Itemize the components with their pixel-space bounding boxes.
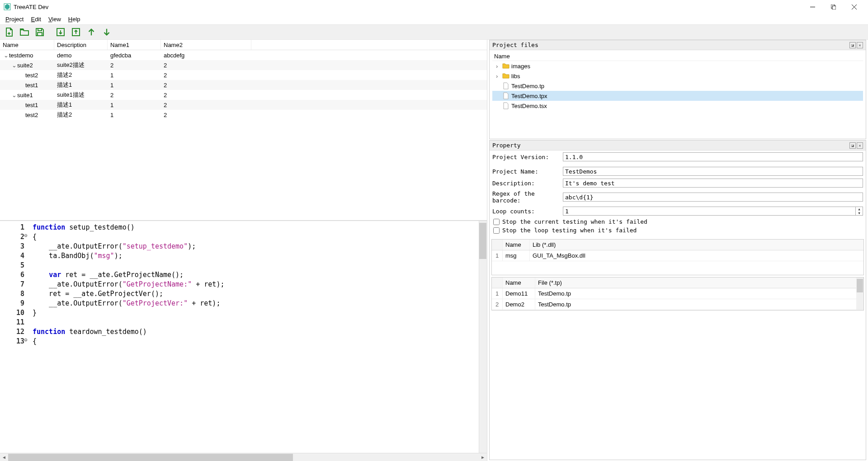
- cell: 2: [108, 90, 161, 100]
- fold-icon[interactable]: ⊖: [23, 337, 29, 343]
- save-button[interactable]: [33, 26, 46, 38]
- hscroll-right-icon[interactable]: ▶: [479, 453, 487, 461]
- app-icon: [4, 3, 11, 10]
- tree-row[interactable]: ⌄suite1suite1描述22: [0, 90, 487, 100]
- code-line: __ate.OutputError("GetProjectName:" + re…: [28, 280, 487, 289]
- cell: abcdefg: [161, 50, 251, 60]
- description-field[interactable]: [563, 179, 863, 188]
- code-line: [28, 318, 487, 327]
- cell: 1: [108, 70, 161, 80]
- panel-float-icon[interactable]: ◪: [849, 142, 856, 149]
- tree-row[interactable]: test1描述112: [0, 100, 487, 110]
- file-tree-item[interactable]: ›images: [492, 61, 863, 71]
- regex-field[interactable]: [563, 193, 863, 202]
- tree-grid-header: Name Description Name1 Name2: [0, 40, 487, 50]
- cell: suite1描述: [54, 90, 108, 100]
- panel-float-icon[interactable]: ◪: [849, 42, 856, 48]
- menu-project[interactable]: Project: [3, 15, 26, 24]
- new-file-button[interactable]: [3, 26, 15, 38]
- lib-col-file[interactable]: Lib (*.dll): [530, 240, 863, 250]
- lib-col-name[interactable]: Name: [503, 240, 530, 250]
- code-line: var ret = __ate.GetProjectName();: [28, 270, 487, 280]
- project-name-field[interactable]: [563, 167, 863, 176]
- tp-col-name[interactable]: Name: [503, 278, 535, 288]
- code-line: __ate.OutputError("setup_testdemo");: [28, 242, 487, 251]
- table-row[interactable]: 1msgGUI_TA_MsgBox.dll: [492, 250, 863, 261]
- panel-close-icon[interactable]: ✕: [857, 142, 863, 149]
- export-button[interactable]: [70, 26, 82, 38]
- tree-row[interactable]: test1描述112: [0, 80, 487, 90]
- file-tree-item[interactable]: TestDemo.tp: [492, 81, 863, 91]
- expander-icon[interactable]: ⌄: [11, 62, 17, 69]
- col-description[interactable]: Description: [54, 40, 108, 50]
- tp-vscroll[interactable]: [856, 278, 863, 310]
- maximize-button[interactable]: [823, 0, 844, 14]
- menu-edit[interactable]: Edit: [28, 15, 43, 24]
- code-editor[interactable]: 1⊖23456789101112⊖13 function setup_testd…: [0, 221, 487, 461]
- titlebar: TreeATE Dev: [0, 0, 868, 14]
- line-number: 9: [0, 299, 28, 308]
- line-number: 10: [0, 308, 28, 318]
- import-button[interactable]: [54, 26, 67, 38]
- open-button[interactable]: [18, 26, 31, 38]
- tree-row[interactable]: ⌄suite2suite2描述22: [0, 60, 487, 70]
- filetree-header[interactable]: Name: [492, 52, 863, 61]
- minimize-button[interactable]: [802, 0, 823, 14]
- cell: 1: [108, 100, 161, 110]
- file-tree-item[interactable]: TestDemo.tsx: [492, 101, 863, 111]
- menu-help[interactable]: Help: [66, 15, 83, 24]
- tree-row[interactable]: test2描述212: [0, 70, 487, 80]
- row-name: test2: [25, 72, 38, 79]
- editor-hscroll[interactable]: ◀ ▶: [0, 453, 487, 461]
- test-tree-grid[interactable]: Name Description Name1 Name2 ⌄testdemode…: [0, 40, 487, 221]
- fold-icon[interactable]: ⊖: [23, 232, 29, 239]
- loop-spinner[interactable]: ▲▼: [856, 207, 863, 216]
- table-row[interactable]: 1Demo11TestDemo.tp: [492, 288, 863, 299]
- menu-view[interactable]: View: [46, 15, 64, 24]
- move-down-button[interactable]: [100, 26, 113, 38]
- row-num: 2: [492, 299, 503, 310]
- stop-current-checkbox[interactable]: [493, 219, 500, 225]
- file-name: TestDemo.tpx: [511, 93, 547, 99]
- cell: 描述1: [54, 80, 108, 90]
- lib-table[interactable]: Name Lib (*.dll) 1msgGUI_TA_MsgBox.dll: [491, 239, 864, 275]
- tp-col-file[interactable]: File (*.tp): [535, 278, 863, 288]
- line-number: 5: [0, 261, 28, 270]
- stop-loop-checkbox[interactable]: [493, 227, 500, 234]
- row-name: test1: [25, 82, 38, 89]
- file-tree-item[interactable]: ›libs: [492, 71, 863, 81]
- code-line: function setup_testdemo(): [28, 223, 487, 232]
- col-name[interactable]: Name: [0, 40, 54, 50]
- expander-icon[interactable]: ⌄: [11, 92, 17, 99]
- panel-close-icon[interactable]: ✕: [857, 42, 863, 48]
- stop-current-label: Stop the current testing when it's faile…: [502, 218, 647, 225]
- cell: Demo11: [503, 288, 535, 299]
- loop-field[interactable]: [563, 207, 856, 216]
- editor-vscroll[interactable]: [479, 221, 487, 453]
- expander-icon[interactable]: ›: [496, 73, 502, 80]
- col-name1[interactable]: Name1: [108, 40, 161, 50]
- tree-row[interactable]: ⌄testdemodemogfedcbaabcdefg: [0, 50, 487, 60]
- move-up-button[interactable]: [85, 26, 98, 38]
- file-name: TestDemo.tsx: [511, 103, 547, 109]
- tp-table[interactable]: Name File (*.tp) 1Demo11TestDemo.tp2Demo…: [491, 277, 864, 310]
- code-area[interactable]: function setup_testdemo(){ __ate.OutputE…: [28, 221, 487, 461]
- file-tree-item[interactable]: TestDemo.tpx: [492, 91, 863, 101]
- cell: 2: [161, 90, 251, 100]
- cell: 描述2: [54, 110, 108, 120]
- table-row[interactable]: 2Demo2TestDemo.tp: [492, 299, 863, 310]
- expander-icon[interactable]: ⌄: [3, 52, 9, 59]
- expander-icon[interactable]: ›: [496, 63, 502, 70]
- file-name: libs: [511, 73, 520, 80]
- close-button[interactable]: [844, 0, 864, 14]
- cell: 描述1: [54, 100, 108, 110]
- version-field[interactable]: [563, 152, 863, 161]
- loop-label: Loop counts:: [492, 208, 563, 215]
- cell: Demo2: [503, 299, 535, 310]
- code-line: ta.BandObj("msg");: [28, 251, 487, 261]
- cell: 2: [161, 60, 251, 70]
- col-name2[interactable]: Name2: [161, 40, 251, 50]
- hscroll-left-icon[interactable]: ◀: [0, 453, 8, 461]
- line-number: 11: [0, 318, 28, 327]
- tree-row[interactable]: test2描述212: [0, 110, 487, 120]
